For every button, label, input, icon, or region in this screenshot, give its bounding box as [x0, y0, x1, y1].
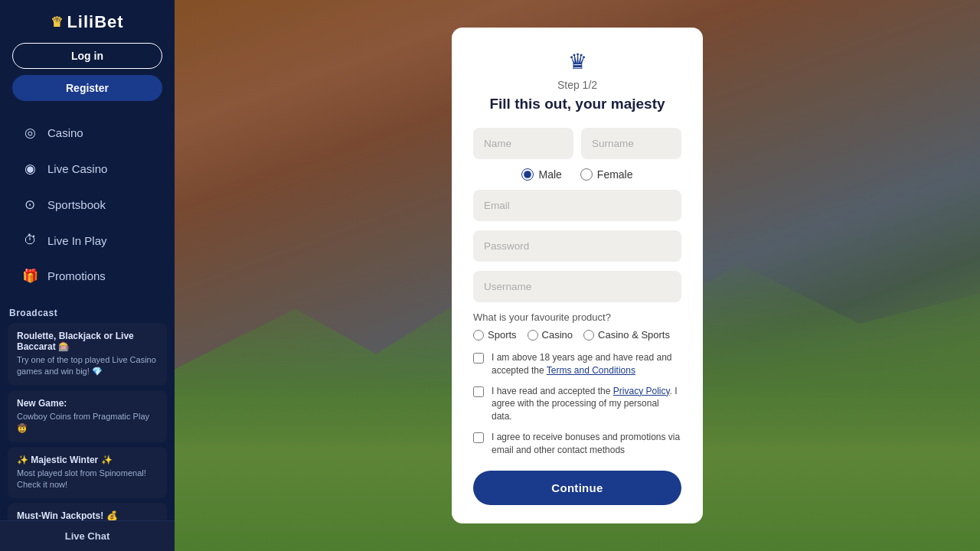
broadcast-card-title: Must-Win Jackpots! 💰 [17, 510, 158, 520]
name-input[interactable] [473, 128, 573, 159]
surname-input[interactable] [581, 128, 681, 159]
sidebar-item-sportsbook[interactable]: ⊙ Sportsbook [6, 187, 168, 222]
sidebar-item-casino[interactable]: ◎ Casino [6, 116, 168, 150]
promotions-icon: 🎁 [21, 268, 38, 284]
broadcast-cards: Roulette, Blackjack or Live Baccarat 🎰 T… [0, 323, 175, 520]
crown-icon: ♛ [51, 14, 64, 31]
terms-text: I am above 18 years age and have read an… [492, 351, 681, 377]
product-casino-radio[interactable] [528, 330, 538, 341]
product-options: Sports Casino Casino & Sports [473, 329, 681, 341]
username-row [473, 271, 681, 302]
live-chat-button[interactable]: Live Chat [0, 520, 175, 551]
terms-link[interactable]: Terms and Conditions [547, 365, 635, 376]
sidebar-item-label: Live Casino [47, 162, 107, 175]
broadcast-card-1[interactable]: New Game: Cowboy Coins from Pragmatic Pl… [8, 390, 167, 442]
product-sports-label: Sports [488, 329, 517, 341]
product-casino-option[interactable]: Casino [528, 329, 573, 341]
privacy-text: I have read and accepted the Privacy Pol… [492, 385, 681, 423]
gender-male-radio[interactable] [521, 168, 534, 181]
email-input[interactable] [473, 190, 681, 221]
product-casino-label: Casino [542, 329, 573, 341]
main-area: ♛ Step 1/2 Fill this out, your majesty M… [175, 0, 980, 551]
sportsbook-icon: ⊙ [21, 197, 38, 213]
broadcast-card-title: Roulette, Blackjack or Live Baccarat 🎰 [17, 331, 158, 352]
terms-checkbox-row: I am above 18 years age and have read an… [473, 351, 681, 377]
sidebar-item-label: Sportsbook [47, 198, 106, 211]
gender-male-option[interactable]: Male [521, 168, 561, 181]
product-sports-option[interactable]: Sports [473, 329, 517, 341]
broadcast-card-title: New Game: [17, 398, 158, 409]
registration-modal: ♛ Step 1/2 Fill this out, your majesty M… [452, 28, 703, 523]
modal-title: Fill this out, your majesty [473, 94, 681, 114]
gender-female-radio[interactable] [580, 168, 593, 181]
bonuses-checkbox[interactable] [473, 432, 484, 443]
username-input[interactable] [473, 271, 681, 302]
nav-menu: ◎ Casino ◉ Live Casino ⊙ Sportsbook ⏱ Li… [0, 112, 175, 297]
broadcast-card-2[interactable]: ✨ Majestic Winter ✨ Most played slot fro… [8, 447, 167, 499]
broadcast-card-3[interactable]: Must-Win Jackpots! 💰 Hit the Jackpot wit… [8, 503, 167, 520]
product-casino-sports-option[interactable]: Casino & Sports [583, 329, 670, 341]
gender-female-label: Female [597, 168, 633, 181]
sidebar-item-label: Casino [47, 126, 83, 139]
logo: ♛ LiliBet [0, 0, 175, 43]
product-sports-radio[interactable] [473, 330, 484, 341]
email-row [473, 190, 681, 221]
auth-buttons: Log in Register [0, 43, 175, 112]
bonuses-checkbox-row: I agree to receive bonuses and promotion… [473, 431, 681, 457]
privacy-checkbox[interactable] [473, 386, 484, 397]
sidebar-item-label: Live In Play [47, 234, 107, 247]
product-question: What is your favourite product? [473, 311, 681, 323]
sidebar-item-promotions[interactable]: 🎁 Promotions [6, 259, 168, 293]
logo-text: LiliBet [67, 12, 123, 32]
gender-row: Male Female [473, 168, 681, 181]
name-row [473, 128, 681, 159]
broadcast-label: Broadcast [0, 300, 175, 323]
register-button[interactable]: Register [12, 75, 162, 101]
gender-female-option[interactable]: Female [580, 168, 633, 181]
modal-overlay: ♛ Step 1/2 Fill this out, your majesty M… [175, 0, 980, 551]
bonuses-text: I agree to receive bonuses and promotion… [492, 431, 681, 457]
product-casino-sports-label: Casino & Sports [598, 329, 670, 341]
sidebar: ♛ LiliBet Log in Register ◎ Casino ◉ Liv… [0, 0, 175, 551]
live-casino-icon: ◉ [21, 161, 38, 177]
privacy-link[interactable]: Privacy Policy [613, 386, 670, 396]
broadcast-card-title: ✨ Majestic Winter ✨ [17, 455, 158, 465]
broadcast-card-desc: Most played slot from Spinomenal! Check … [17, 468, 158, 491]
product-casino-sports-radio[interactable] [583, 330, 594, 341]
sidebar-item-live-in-play[interactable]: ⏱ Live In Play [6, 223, 168, 257]
sidebar-item-label: Promotions [47, 269, 106, 282]
login-button[interactable]: Log in [12, 43, 162, 69]
broadcast-card-desc: Cowboy Coins from Pragmatic Play 🤠 [17, 411, 158, 435]
crown-icon: ♛ [473, 49, 681, 74]
terms-checkbox[interactable] [473, 353, 484, 364]
sidebar-item-live-casino[interactable]: ◉ Live Casino [6, 152, 168, 186]
broadcast-card-desc: Try one of the top played Live Casino ga… [17, 354, 158, 378]
casino-icon: ◎ [21, 125, 38, 141]
privacy-checkbox-row: I have read and accepted the Privacy Pol… [473, 385, 681, 423]
password-row [473, 230, 681, 262]
step-indicator: Step 1/2 [473, 79, 681, 91]
password-input[interactable] [473, 230, 681, 262]
broadcast-card-0[interactable]: Roulette, Blackjack or Live Baccarat 🎰 T… [8, 323, 167, 386]
gender-male-label: Male [538, 168, 561, 181]
continue-button[interactable]: Continue [473, 471, 681, 505]
live-in-play-icon: ⏱ [21, 233, 38, 248]
